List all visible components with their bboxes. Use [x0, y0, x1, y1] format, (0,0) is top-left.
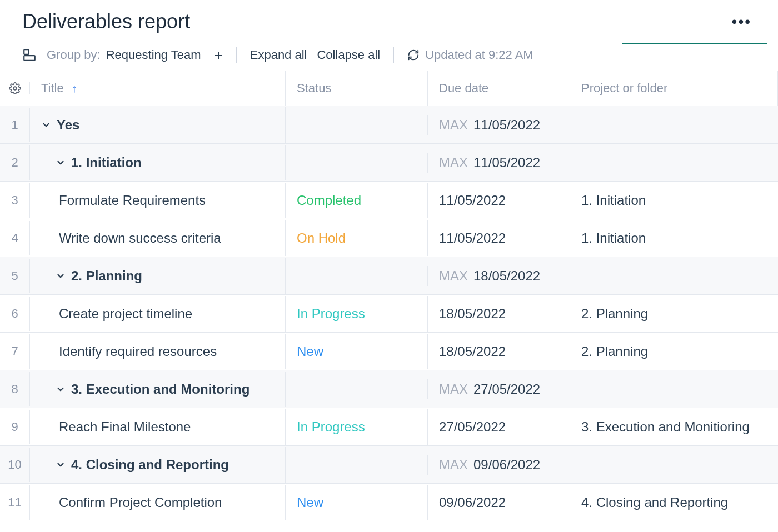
task-row[interactable]: 3Formulate RequirementsCompleted11/05/20…: [0, 182, 778, 219]
add-grouping-button[interactable]: +: [215, 48, 223, 62]
title-cell[interactable]: Confirm Project Completion: [30, 485, 286, 520]
status-value: New: [297, 344, 323, 359]
task-row[interactable]: 6Create project timelineIn Progress18/05…: [0, 295, 778, 333]
row-title: Create project timeline: [59, 306, 192, 322]
page-title: Deliverables report: [22, 10, 190, 33]
row-number: 2: [0, 145, 30, 180]
row-title: 4. Closing and Reporting: [71, 457, 229, 473]
group-row[interactable]: 1YesMAX11/05/2022: [0, 106, 778, 144]
status-cell[interactable]: In Progress: [286, 296, 428, 332]
chevron-down-icon[interactable]: [56, 460, 66, 470]
task-row[interactable]: 11Confirm Project CompletionNew09/06/202…: [0, 484, 778, 521]
task-row[interactable]: 7Identify required resourcesNew18/05/202…: [0, 333, 778, 370]
due-date-value: 18/05/2022: [439, 344, 506, 359]
status-value: Completed: [297, 193, 361, 208]
chevron-down-icon[interactable]: [56, 158, 66, 168]
status-cell[interactable]: New: [286, 485, 428, 520]
project-column-header[interactable]: Project or folder: [570, 71, 778, 106]
group-by-label: Group by:: [47, 48, 101, 62]
divider: [393, 47, 394, 63]
collapse-all-button[interactable]: Collapse all: [317, 48, 380, 62]
row-title: 1. Initiation: [71, 155, 142, 170]
project-cell[interactable]: 1. Initiation: [570, 220, 778, 256]
title-cell[interactable]: Identify required resources: [30, 334, 286, 369]
status-value: On Hold: [297, 230, 346, 245]
project-cell: [570, 115, 778, 135]
status-cell[interactable]: In Progress: [286, 409, 428, 445]
task-row[interactable]: 4Write down success criteriaOn Hold11/05…: [0, 219, 778, 257]
status-cell[interactable]: New: [286, 334, 428, 369]
group-row[interactable]: 83. Execution and MonitoringMAX27/05/202…: [0, 370, 778, 408]
title-cell[interactable]: 4. Closing and Reporting: [30, 447, 286, 483]
group-rows-icon[interactable]: [22, 48, 37, 62]
title-column-header[interactable]: Title ↑: [30, 71, 286, 106]
group-row[interactable]: 52. PlanningMAX18/05/2022: [0, 257, 778, 295]
status-cell: [286, 266, 428, 286]
title-cell[interactable]: 1. Initiation: [30, 145, 286, 180]
chevron-down-icon[interactable]: [56, 271, 66, 281]
chevron-down-icon[interactable]: [56, 384, 66, 394]
project-cell[interactable]: 4. Closing and Reporting: [570, 485, 778, 520]
group-row[interactable]: 21. InitiationMAX11/05/2022: [0, 144, 778, 182]
task-row[interactable]: 9Reach Final MilestoneIn Progress27/05/2…: [0, 408, 778, 446]
due-date-column-header[interactable]: Due date: [428, 71, 570, 106]
row-number: 4: [0, 221, 30, 255]
row-number: 7: [0, 334, 30, 369]
project-cell: [570, 266, 778, 286]
due-date-cell[interactable]: 27/05/2022: [428, 409, 570, 445]
title-cell[interactable]: Yes: [30, 107, 286, 143]
due-date-cell[interactable]: 11/05/2022: [428, 220, 570, 256]
status-column-header[interactable]: Status: [286, 71, 428, 106]
project-cell[interactable]: 3. Execution and Monitioring: [570, 409, 778, 445]
status-value: In Progress: [297, 306, 365, 321]
group-by-control[interactable]: Group by: Requesting Team: [47, 48, 201, 62]
project-cell: [570, 153, 778, 173]
active-tab-indicator: [622, 43, 767, 44]
title-cell[interactable]: Formulate Requirements: [30, 183, 286, 218]
gear-icon: [9, 82, 21, 94]
status-value: In Progress: [297, 419, 365, 434]
status-cell: [286, 153, 428, 173]
settings-column-header[interactable]: [0, 82, 30, 94]
due-date-cell[interactable]: 18/05/2022: [428, 334, 570, 369]
svg-rect-0: [24, 49, 29, 54]
project-cell: [570, 379, 778, 399]
status-cell[interactable]: On Hold: [286, 220, 428, 256]
status-value: New: [297, 495, 323, 510]
table-header-row: Title ↑ Status Due date Project or folde…: [0, 71, 778, 106]
project-cell[interactable]: 2. Planning: [570, 334, 778, 369]
status-cell: [286, 379, 428, 399]
status-cell: [286, 115, 428, 135]
due-date-cell: MAX11/05/2022: [428, 145, 570, 180]
aggregate-label: MAX: [439, 117, 468, 133]
group-row[interactable]: 104. Closing and ReportingMAX09/06/2022: [0, 446, 778, 484]
more-menu-button[interactable]: •••: [727, 11, 756, 33]
title-cell[interactable]: Create project timeline: [30, 296, 286, 332]
aggregate-label: MAX: [439, 155, 468, 170]
due-date-value: 11/05/2022: [439, 193, 506, 208]
due-date-cell[interactable]: 11/05/2022: [428, 183, 570, 218]
refresh-icon[interactable]: [407, 49, 420, 61]
project-cell[interactable]: 1. Initiation: [570, 183, 778, 218]
row-number: 3: [0, 183, 30, 218]
row-title: 3. Execution and Monitoring: [71, 382, 250, 397]
aggregate-label: MAX: [439, 382, 468, 397]
project-cell[interactable]: 2. Planning: [570, 296, 778, 332]
due-date-cell: MAX18/05/2022: [428, 258, 570, 294]
page-header: Deliverables report •••: [0, 0, 778, 39]
due-date-cell[interactable]: 18/05/2022: [428, 296, 570, 332]
chevron-down-icon[interactable]: [41, 120, 51, 130]
due-date-value: 09/06/2022: [473, 457, 540, 473]
title-cell[interactable]: 2. Planning: [30, 258, 286, 294]
due-date-value: 27/05/2022: [473, 382, 540, 397]
title-cell[interactable]: 3. Execution and Monitoring: [30, 372, 286, 407]
status-cell[interactable]: Completed: [286, 183, 428, 218]
expand-all-button[interactable]: Expand all: [250, 48, 307, 62]
group-by-value: Requesting Team: [106, 48, 201, 62]
title-cell[interactable]: Reach Final Milestone: [30, 409, 286, 445]
project-cell: [570, 455, 778, 475]
title-header-text: Title: [41, 81, 64, 96]
title-cell[interactable]: Write down success criteria: [30, 220, 286, 256]
divider: [236, 47, 237, 63]
due-date-cell[interactable]: 09/06/2022: [428, 485, 570, 520]
